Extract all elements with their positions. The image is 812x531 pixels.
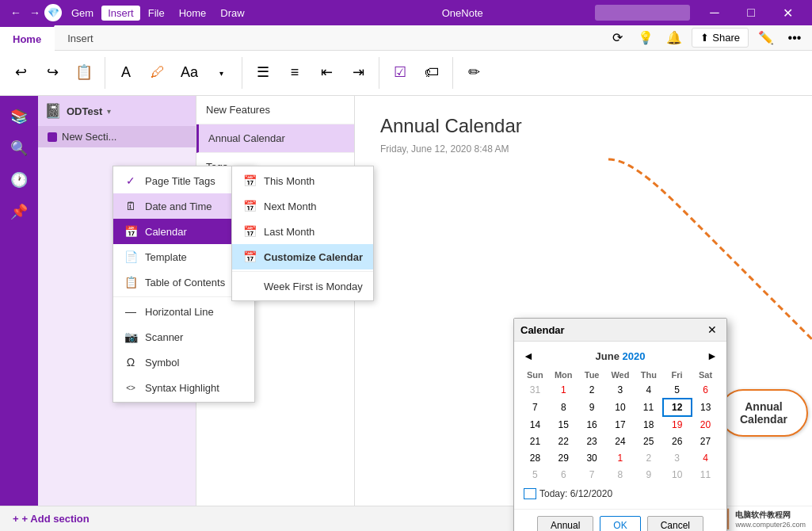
checkbox-button[interactable]: ☑ [386, 54, 414, 92]
cal-day[interactable]: 6 [549, 467, 578, 483]
cal-day[interactable]: 22 [549, 434, 578, 450]
bullets-button[interactable]: ☰ [249, 54, 277, 92]
redo-button[interactable]: ↪ [38, 54, 67, 92]
cal-day[interactable]: 25 [635, 434, 663, 450]
cal-day[interactable]: 5 [663, 382, 692, 399]
cal-day[interactable]: 10 [606, 399, 635, 416]
cal-day[interactable]: 20 [692, 416, 720, 434]
menu-item-syntax[interactable]: <> Syntax Highlight [113, 375, 254, 400]
menu-item-hline[interactable]: — Horizontal Line [113, 299, 254, 324]
cal-day[interactable]: 15 [549, 416, 578, 434]
cal-day[interactable]: 11 [692, 467, 720, 483]
indent-right-button[interactable]: ⇥ [344, 54, 372, 92]
cal-day[interactable]: 7 [521, 399, 550, 416]
highlight-button[interactable]: 🖊 [143, 54, 172, 92]
cal-day[interactable]: 19 [663, 416, 692, 434]
share-button[interactable]: ⬆ Share [692, 28, 749, 48]
cal-day[interactable]: 1 [606, 450, 635, 467]
cal-day[interactable]: 7 [578, 467, 606, 483]
tab-insert[interactable]: Insert [55, 25, 107, 51]
sync-icon[interactable]: ⟳ [606, 27, 628, 49]
undo-button[interactable]: ↩ [6, 54, 35, 92]
cal-day[interactable]: 8 [606, 467, 635, 483]
pen-mode-button[interactable]: ✏ [459, 54, 488, 92]
menu-insert[interactable]: Insert [101, 6, 140, 21]
cal-day[interactable]: 29 [549, 450, 578, 467]
cal-day[interactable]: 1 [549, 382, 578, 399]
sidebar-icon-notebook[interactable]: 📚 [5, 102, 33, 131]
cal-day[interactable]: 17 [606, 416, 635, 434]
cal-day[interactable]: 11 [635, 399, 663, 416]
ok-button[interactable]: OK [600, 516, 640, 531]
menu-cal-week-monday[interactable]: Week First is Monday [232, 273, 373, 299]
more-icon[interactable]: ••• [783, 27, 806, 49]
bell-icon[interactable]: 🔔 [663, 27, 685, 49]
cal-day[interactable]: 28 [521, 450, 550, 467]
menu-file[interactable]: File [142, 6, 171, 21]
tab-home[interactable]: Home [0, 25, 55, 51]
minimize-button[interactable]: ─ [696, 0, 733, 25]
sidebar-icon-pin[interactable]: 📌 [5, 197, 33, 226]
cal-day[interactable]: 6 [692, 382, 720, 399]
cal-day[interactable]: 4 [692, 450, 720, 467]
cal-day[interactable]: 8 [549, 399, 578, 416]
menu-cal-customize[interactable]: 📅 Customize Calendar [232, 244, 373, 269]
menu-item-symbol[interactable]: Ω Symbol [113, 350, 254, 375]
notebook-header[interactable]: 📓 ODTest ▾ [38, 96, 196, 126]
calendar-month: June [596, 350, 623, 362]
page-item-new-features[interactable]: New Features [196, 96, 354, 124]
format-dropdown[interactable]: ▾ [207, 54, 235, 92]
cal-day[interactable]: 23 [578, 434, 606, 450]
pen-icon[interactable]: ✏️ [755, 27, 777, 49]
restore-button[interactable]: □ [733, 0, 769, 25]
format-button[interactable]: Aa [175, 54, 204, 92]
cal-day[interactable]: 27 [692, 434, 720, 450]
cal-next-button[interactable]: ► [704, 348, 720, 364]
forward-button[interactable]: → [25, 3, 44, 22]
menu-gem[interactable]: Gem [65, 6, 100, 21]
cal-day[interactable]: 30 [578, 450, 606, 467]
calendar-close-button[interactable]: ✕ [704, 322, 720, 338]
menu-cal-next-month[interactable]: 📅 Next Month [232, 193, 373, 219]
menu-item-scanner[interactable]: 📷 Scanner [113, 324, 254, 350]
lightbulb-icon[interactable]: 💡 [635, 27, 657, 49]
cal-day[interactable]: 24 [606, 434, 635, 450]
tag-button[interactable]: 🏷 [417, 54, 446, 92]
cal-day[interactable]: 18 [635, 416, 663, 434]
annual-button[interactable]: Annual [537, 516, 593, 531]
cal-day[interactable]: 13 [692, 399, 720, 416]
back-button[interactable]: ← [6, 3, 25, 22]
menu-cal-last-month[interactable]: 📅 Last Month [232, 219, 373, 244]
cal-day[interactable]: 3 [606, 382, 635, 399]
add-section-button[interactable]: + + Add section [0, 506, 102, 531]
cal-day[interactable]: 2 [578, 382, 606, 399]
cal-day[interactable]: 4 [635, 382, 663, 399]
cal-day[interactable]: 21 [521, 434, 550, 450]
cal-prev-button[interactable]: ◄ [520, 348, 536, 364]
section-item-new[interactable]: New Secti... [38, 126, 196, 147]
page-item-annual-calendar[interactable]: Annual Calendar [196, 124, 354, 153]
numbering-button[interactable]: ≡ [280, 54, 309, 92]
cal-day[interactable]: 5 [521, 467, 550, 483]
menu-home[interactable]: Home [173, 6, 213, 21]
cal-day[interactable]: 10 [663, 467, 692, 483]
cal-day[interactable]: 14 [521, 416, 550, 434]
menu-cal-this-month[interactable]: 📅 This Month [232, 168, 373, 193]
cal-day[interactable]: 3 [663, 450, 692, 467]
paste-button[interactable]: 📋 [70, 54, 98, 92]
cal-day[interactable]: 9 [635, 467, 663, 483]
indent-left-button[interactable]: ⇤ [312, 54, 341, 92]
cal-day[interactable]: 2 [635, 450, 663, 467]
sidebar-icon-search[interactable]: 🔍 [5, 134, 33, 162]
cancel-button[interactable]: Cancel [647, 516, 703, 531]
sidebar-icon-recent[interactable]: 🕐 [5, 166, 33, 194]
cal-day[interactable]: 26 [663, 434, 692, 450]
close-button[interactable]: ✕ [769, 0, 806, 25]
font-color-button[interactable]: A [112, 54, 140, 92]
cal-day[interactable]: 31 [521, 382, 550, 399]
cal-day[interactable]: 12 [663, 399, 692, 416]
cal-day[interactable]: 16 [578, 416, 606, 434]
search-box[interactable] [595, 5, 690, 21]
cal-day[interactable]: 9 [578, 399, 606, 416]
menu-draw[interactable]: Draw [214, 6, 250, 21]
